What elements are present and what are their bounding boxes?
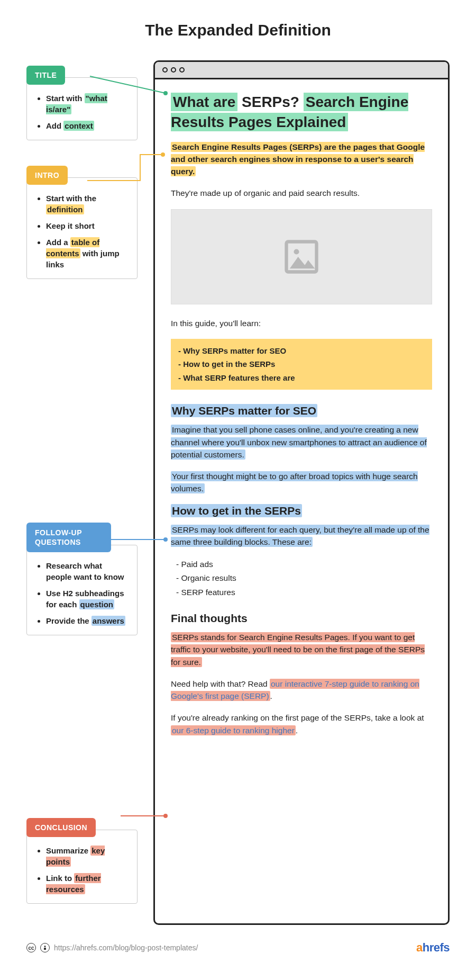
browser-mockup: What are SERPs? Search Engine Results Pa… [153, 60, 450, 925]
link-guide-2[interactable]: our 6-step guide to ranking higher [171, 725, 296, 735]
browser-body: What are SERPs? Search Engine Results Pa… [155, 79, 448, 762]
callout-label-title: TITLE [26, 66, 65, 85]
toc-item: What SERP features there are [178, 371, 425, 385]
cc-icon: cc [26, 943, 36, 952]
toc: Why SERPs matter for SEO How to get in t… [171, 339, 432, 390]
brand-logo: ahrefs [416, 941, 450, 955]
list-item: Paid ads [176, 558, 432, 571]
window-dot-icon [162, 67, 168, 73]
layout: TITLE Start with "what is/are" Add conte… [26, 60, 450, 925]
building-blocks-list: Paid ads Organic results SERP features [171, 558, 432, 599]
page-title: The Expanded Definition [26, 21, 450, 39]
section-heading: Why SERPs matter for SEO [171, 404, 432, 417]
toc-item: Why SERPs matter for SEO [178, 344, 425, 358]
article-p: Imagine that you sell phone cases online… [171, 424, 432, 461]
footer: cc https://ahrefs.com/blog/blog-post-tem… [26, 941, 450, 955]
callout-label-intro: INTRO [26, 166, 68, 185]
article-title: What are SERPs? Search Engine Results Pa… [171, 92, 432, 132]
article-p: SERPs stands for Search Engine Results P… [171, 631, 432, 668]
window-dot-icon [171, 67, 176, 73]
cc-by-icon [40, 943, 50, 952]
callout-follow: FOLLOW-UP QUESTIONS Research what people… [26, 523, 138, 635]
article-p: Need help with that? Read our interactiv… [171, 678, 432, 703]
footer-url: https://ahrefs.com/blog/blog-post-templa… [54, 943, 198, 952]
svg-point-9 [44, 946, 46, 947]
section-heading: Final thoughts [171, 612, 432, 625]
svg-point-1 [294, 249, 299, 254]
callout-box-conclusion: Summarize key points Link to further res… [26, 830, 138, 904]
article-p: If you're already ranking on the first p… [171, 712, 432, 736]
image-placeholder [171, 209, 432, 304]
callout-conclusion: CONCLUSION Summarize key points Link to … [26, 818, 138, 904]
article-p: Your first thought might be to go after … [171, 470, 432, 495]
article-p: They're made up of organic and paid sear… [171, 187, 432, 199]
window-dot-icon [179, 67, 185, 73]
browser-bar [155, 62, 448, 79]
callout-label-follow: FOLLOW-UP QUESTIONS [26, 523, 111, 552]
toc-item: How to get in the SERPs [178, 357, 425, 371]
article-intro: Search Engine Results Pages (SERPs) are … [171, 141, 432, 178]
callout-label-conclusion: CONCLUSION [26, 818, 96, 837]
callout-box-title: Start with "what is/are" Add context [26, 77, 138, 140]
callout-box-follow: Research what people want to know Use H2… [26, 545, 138, 635]
guide-intro: In this guide, you'll learn: [171, 317, 432, 329]
list-item: Organic results [176, 571, 432, 585]
section-heading: How to get in the SERPs [171, 505, 432, 517]
callout-intro: INTRO Start with the definition Keep it … [26, 166, 138, 279]
callout-title: TITLE Start with "what is/are" Add conte… [26, 66, 138, 140]
sidebar: TITLE Start with "what is/are" Add conte… [26, 60, 153, 925]
list-item: SERP features [176, 586, 432, 599]
image-icon [281, 237, 322, 277]
article-p: SERPs may look different for each query,… [171, 524, 432, 549]
callout-box-intro: Start with the definition Keep it short … [26, 177, 138, 279]
